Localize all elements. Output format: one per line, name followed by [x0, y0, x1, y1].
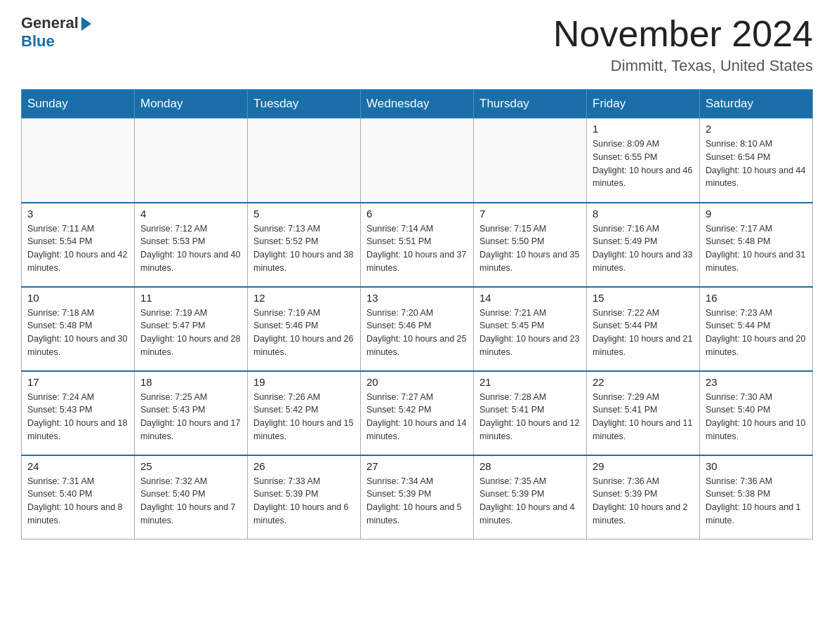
calendar-day-cell: 2Sunrise: 8:10 AMSunset: 6:54 PMDaylight… — [700, 119, 813, 203]
calendar-day-cell — [361, 119, 474, 203]
calendar-day-cell — [22, 119, 135, 203]
calendar-day-cell: 16Sunrise: 7:23 AMSunset: 5:44 PMDayligh… — [700, 287, 813, 371]
weekday-header-row: SundayMondayTuesdayWednesdayThursdayFrid… — [22, 90, 813, 119]
calendar-day-cell: 7Sunrise: 7:15 AMSunset: 5:50 PMDaylight… — [474, 203, 587, 287]
weekday-header-saturday: Saturday — [700, 90, 813, 119]
day-info: Sunrise: 7:19 AMSunset: 5:46 PMDaylight:… — [253, 307, 355, 359]
day-number: 27 — [366, 460, 468, 472]
calendar-day-cell: 22Sunrise: 7:29 AMSunset: 5:41 PMDayligh… — [587, 371, 700, 455]
day-info: Sunrise: 7:34 AMSunset: 5:39 PMDaylight:… — [366, 475, 468, 528]
weekday-header-thursday: Thursday — [474, 90, 587, 119]
calendar-day-cell: 11Sunrise: 7:19 AMSunset: 5:47 PMDayligh… — [135, 287, 248, 371]
day-info: Sunrise: 7:14 AMSunset: 5:51 PMDaylight:… — [366, 222, 468, 275]
day-number: 26 — [253, 460, 355, 472]
day-number: 23 — [706, 376, 807, 388]
weekday-header-friday: Friday — [587, 90, 700, 119]
calendar-day-cell: 21Sunrise: 7:28 AMSunset: 5:41 PMDayligh… — [474, 371, 587, 455]
day-info: Sunrise: 7:22 AMSunset: 5:44 PMDaylight:… — [593, 307, 694, 359]
day-number: 18 — [140, 376, 241, 388]
day-number: 5 — [253, 208, 355, 220]
day-info: Sunrise: 8:09 AMSunset: 6:55 PMDaylight:… — [593, 137, 694, 190]
day-info: Sunrise: 7:12 AMSunset: 5:53 PMDaylight:… — [140, 222, 241, 275]
month-year-title: November 2024 — [553, 14, 813, 54]
day-number: 4 — [140, 208, 241, 220]
calendar-day-cell — [248, 119, 361, 203]
day-number: 1 — [593, 123, 694, 135]
calendar-day-cell: 28Sunrise: 7:35 AMSunset: 5:39 PMDayligh… — [474, 455, 587, 539]
day-info: Sunrise: 7:13 AMSunset: 5:52 PMDaylight:… — [253, 222, 355, 275]
day-number: 24 — [27, 460, 128, 472]
weekday-header-sunday: Sunday — [22, 90, 135, 119]
day-info: Sunrise: 7:30 AMSunset: 5:40 PMDaylight:… — [706, 391, 807, 443]
day-number: 17 — [27, 376, 128, 388]
day-info: Sunrise: 7:20 AMSunset: 5:46 PMDaylight:… — [366, 307, 468, 359]
day-info: Sunrise: 7:36 AMSunset: 5:38 PMDaylight:… — [706, 475, 807, 528]
logo: General Blue — [21, 14, 91, 51]
calendar-table: SundayMondayTuesdayWednesdayThursdayFrid… — [21, 89, 813, 539]
calendar-day-cell — [135, 119, 248, 203]
day-number: 20 — [366, 376, 468, 388]
weekday-header-wednesday: Wednesday — [361, 90, 474, 119]
day-info: Sunrise: 7:18 AMSunset: 5:48 PMDaylight:… — [27, 307, 128, 359]
day-number: 30 — [706, 460, 807, 472]
day-info: Sunrise: 7:27 AMSunset: 5:42 PMDaylight:… — [366, 391, 468, 443]
calendar-week-row: 17Sunrise: 7:24 AMSunset: 5:43 PMDayligh… — [22, 371, 813, 455]
calendar-week-row: 24Sunrise: 7:31 AMSunset: 5:40 PMDayligh… — [22, 455, 813, 539]
day-info: Sunrise: 7:25 AMSunset: 5:43 PMDaylight:… — [140, 391, 241, 443]
day-info: Sunrise: 7:26 AMSunset: 5:42 PMDaylight:… — [253, 391, 355, 443]
day-number: 28 — [479, 460, 581, 472]
weekday-header-monday: Monday — [135, 90, 248, 119]
calendar-day-cell: 13Sunrise: 7:20 AMSunset: 5:46 PMDayligh… — [361, 287, 474, 371]
logo-blue-text: Blue — [21, 32, 55, 51]
calendar-day-cell: 17Sunrise: 7:24 AMSunset: 5:43 PMDayligh… — [22, 371, 135, 455]
calendar-day-cell: 4Sunrise: 7:12 AMSunset: 5:53 PMDaylight… — [135, 203, 248, 287]
calendar-day-cell: 26Sunrise: 7:33 AMSunset: 5:39 PMDayligh… — [248, 455, 361, 539]
day-number: 19 — [253, 376, 355, 388]
calendar-day-cell: 14Sunrise: 7:21 AMSunset: 5:45 PMDayligh… — [474, 287, 587, 371]
day-number: 8 — [593, 208, 694, 220]
day-number: 6 — [366, 208, 468, 220]
day-number: 12 — [253, 292, 355, 304]
day-info: Sunrise: 7:24 AMSunset: 5:43 PMDaylight:… — [27, 391, 128, 443]
day-number: 21 — [479, 376, 581, 388]
calendar-day-cell: 29Sunrise: 7:36 AMSunset: 5:39 PMDayligh… — [587, 455, 700, 539]
calendar-day-cell: 12Sunrise: 7:19 AMSunset: 5:46 PMDayligh… — [248, 287, 361, 371]
calendar-day-cell: 3Sunrise: 7:11 AMSunset: 5:54 PMDaylight… — [22, 203, 135, 287]
day-info: Sunrise: 7:35 AMSunset: 5:39 PMDaylight:… — [479, 475, 581, 528]
calendar-week-row: 3Sunrise: 7:11 AMSunset: 5:54 PMDaylight… — [22, 203, 813, 287]
calendar-day-cell — [474, 119, 587, 203]
day-info: Sunrise: 7:16 AMSunset: 5:49 PMDaylight:… — [593, 222, 694, 275]
day-number: 7 — [479, 208, 581, 220]
day-number: 29 — [593, 460, 694, 472]
calendar-day-cell: 15Sunrise: 7:22 AMSunset: 5:44 PMDayligh… — [587, 287, 700, 371]
calendar-day-cell: 18Sunrise: 7:25 AMSunset: 5:43 PMDayligh… — [135, 371, 248, 455]
day-number: 10 — [27, 292, 128, 304]
day-number: 15 — [593, 292, 694, 304]
day-info: Sunrise: 7:23 AMSunset: 5:44 PMDaylight:… — [706, 307, 807, 359]
logo-triangle-icon — [81, 17, 91, 31]
calendar-day-cell: 10Sunrise: 7:18 AMSunset: 5:48 PMDayligh… — [22, 287, 135, 371]
day-number: 2 — [706, 123, 807, 135]
day-number: 11 — [140, 292, 241, 304]
day-number: 22 — [593, 376, 694, 388]
day-number: 13 — [366, 292, 468, 304]
page-header: General Blue November 2024 Dimmitt, Texa… — [21, 14, 813, 75]
title-section: November 2024 Dimmitt, Texas, United Sta… — [553, 14, 813, 75]
day-number: 25 — [140, 460, 241, 472]
day-number: 3 — [27, 208, 128, 220]
day-info: Sunrise: 7:15 AMSunset: 5:50 PMDaylight:… — [479, 222, 581, 275]
calendar-day-cell: 9Sunrise: 7:17 AMSunset: 5:48 PMDaylight… — [700, 203, 813, 287]
calendar-day-cell: 6Sunrise: 7:14 AMSunset: 5:51 PMDaylight… — [361, 203, 474, 287]
day-info: Sunrise: 7:28 AMSunset: 5:41 PMDaylight:… — [479, 391, 581, 443]
day-number: 9 — [706, 208, 807, 220]
day-info: Sunrise: 7:11 AMSunset: 5:54 PMDaylight:… — [27, 222, 128, 275]
calendar-day-cell: 19Sunrise: 7:26 AMSunset: 5:42 PMDayligh… — [248, 371, 361, 455]
location-text: Dimmitt, Texas, United States — [553, 57, 813, 75]
weekday-header-tuesday: Tuesday — [248, 90, 361, 119]
calendar-week-row: 10Sunrise: 7:18 AMSunset: 5:48 PMDayligh… — [22, 287, 813, 371]
calendar-day-cell: 23Sunrise: 7:30 AMSunset: 5:40 PMDayligh… — [700, 371, 813, 455]
calendar-day-cell: 25Sunrise: 7:32 AMSunset: 5:40 PMDayligh… — [135, 455, 248, 539]
calendar-day-cell: 8Sunrise: 7:16 AMSunset: 5:49 PMDaylight… — [587, 203, 700, 287]
day-info: Sunrise: 7:29 AMSunset: 5:41 PMDaylight:… — [593, 391, 694, 443]
day-info: Sunrise: 7:17 AMSunset: 5:48 PMDaylight:… — [706, 222, 807, 275]
